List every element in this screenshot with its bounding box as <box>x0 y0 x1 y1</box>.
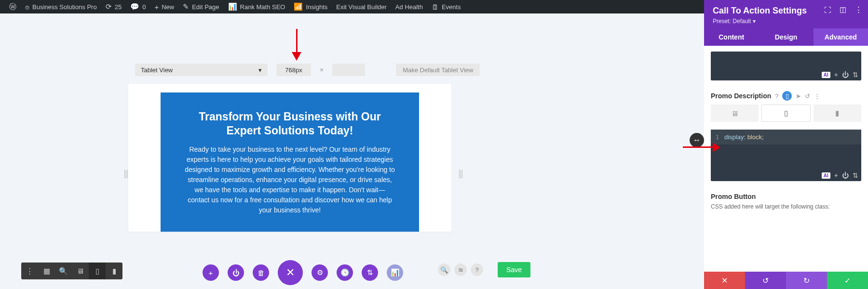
snap-panel-icon[interactable]: ◫ <box>838 5 848 14</box>
page-preview: Transform Your Business with Our Expert … <box>128 84 451 232</box>
css-note: CSS added here will target the following… <box>711 203 861 210</box>
search-small-button[interactable]: 🔍 <box>438 263 450 276</box>
wireframe-button[interactable]: ▦ <box>38 263 55 279</box>
hover-cursor-icon[interactable]: ➤ <box>796 92 801 100</box>
resize-handle-left[interactable]: ⦀ <box>123 167 128 182</box>
panel-footer: ✕ ↺ ↻ ✓ <box>704 272 868 289</box>
resize-handle-right[interactable]: ⦀ <box>458 167 462 182</box>
calendar-icon: 🗓 <box>432 3 439 11</box>
power-css-icon-2[interactable]: ⏻ <box>842 171 849 179</box>
builder-action-toolbar: + ⏻ 🗑 ✕ ⚙ 🕓 ⇅ 📊 <box>203 260 403 285</box>
rankmath-link[interactable]: 📊Rank Math SEO <box>224 0 290 13</box>
ad-health-link[interactable]: Ad Health <box>391 0 427 13</box>
updates-link[interactable]: ⟳25 <box>101 0 126 13</box>
make-default-button[interactable]: Make Default Tablet View <box>396 64 480 76</box>
builder-canvas: Tablet View ▾ × Make Default Tablet View… <box>0 13 704 289</box>
more-panel-icon[interactable]: ⋮ <box>854 5 863 14</box>
panel-header: Call To Action Settings Preset: Default … <box>704 0 868 28</box>
trash-button[interactable]: 🗑 <box>253 264 269 281</box>
rankmath-label: Rank Math SEO <box>240 3 285 11</box>
responsive-controls: Tablet View ▾ × Make Default Tablet View <box>135 64 480 76</box>
edit-page-label: Edit Page <box>192 3 219 11</box>
refresh-icon: ⟳ <box>106 2 112 11</box>
reset-icon[interactable]: ↺ <box>805 92 810 100</box>
sort-css-icon-2[interactable]: ⇅ <box>853 171 858 179</box>
new-link[interactable]: +New <box>150 0 178 13</box>
chevron-down-icon: ▾ <box>258 66 262 74</box>
tab-advanced[interactable]: Advanced <box>814 28 868 46</box>
panel-header-icons: ⛶ ◫ ⋮ <box>823 5 863 14</box>
undo-button[interactable]: ↺ <box>745 272 786 289</box>
width-input[interactable] <box>276 64 311 76</box>
power-css-icon[interactable]: ⏻ <box>842 71 849 79</box>
view-select[interactable]: Tablet View ▾ <box>135 64 268 76</box>
ad-health-label: Ad Health <box>395 3 423 11</box>
cta-module[interactable]: Transform Your Business with Our Expert … <box>161 92 419 232</box>
events-link[interactable]: 🗓Events <box>427 0 465 13</box>
promo-desc-row: Promo Description ? ▯ ➤ ↺ ⋮ <box>711 91 861 101</box>
admin-bar-left: ⓦ ⌾Business Solutions Pro ⟳25 💬0 +New ✎E… <box>5 0 465 13</box>
view-select-label: Tablet View <box>141 66 173 74</box>
code-text: display: block; <box>724 133 764 141</box>
help-icon[interactable]: ? <box>775 92 778 100</box>
desktop-view-button[interactable]: 🖥 <box>72 263 89 279</box>
site-name: Business Solutions Pro <box>32 3 97 11</box>
css-code-editor[interactable]: 1 display: block; AI + ⏻ ⇅ <box>711 130 861 181</box>
comments-link[interactable]: 💬0 <box>126 0 150 13</box>
tab-design[interactable]: Design <box>759 28 813 46</box>
height-input[interactable] <box>332 64 365 76</box>
ai-badge[interactable]: AI <box>822 72 830 78</box>
promo-desc-label: Promo Description <box>711 92 771 100</box>
redo-button[interactable]: ↻ <box>786 272 827 289</box>
zoom-button[interactable]: 🔍 <box>55 263 72 279</box>
insights-link[interactable]: 📶Insights <box>289 0 332 13</box>
power-button[interactable]: ⏻ <box>228 264 244 281</box>
preset-dropdown[interactable]: Preset: Default ▾ <box>713 18 859 25</box>
css-box-icons: AI + ⏻ ⇅ <box>822 71 858 79</box>
sort-css-icon[interactable]: ⇅ <box>853 71 858 79</box>
settings-panel: Call To Action Settings Preset: Default … <box>704 0 868 289</box>
more-icon[interactable]: ⋮ <box>814 92 820 100</box>
ai-badge-2[interactable]: AI <box>822 172 830 179</box>
pencil-icon: ✎ <box>183 2 189 11</box>
device-phone-tab[interactable]: ▮ <box>814 105 861 122</box>
save-toolbar: 🔍 ≋ ? Save <box>438 262 530 277</box>
exit-builder-link[interactable]: Exit Visual Builder <box>332 0 391 13</box>
layers-button[interactable]: ≋ <box>454 263 467 276</box>
updates-count: 25 <box>115 3 122 11</box>
device-tablet-tab[interactable]: ▯ <box>761 105 810 122</box>
stats-button[interactable]: 📊 <box>387 264 403 281</box>
dimension-separator: × <box>320 66 324 74</box>
wp-logo[interactable]: ⓦ <box>5 0 21 13</box>
add-css-icon-2[interactable]: + <box>834 171 838 179</box>
save-button[interactable]: Save <box>498 262 530 277</box>
css-box-empty[interactable]: AI + ⏻ ⇅ <box>711 52 861 80</box>
cancel-button[interactable]: ✕ <box>704 272 745 289</box>
help-button[interactable]: ? <box>471 263 483 276</box>
tab-content[interactable]: Content <box>704 28 759 46</box>
history-button[interactable]: 🕓 <box>337 264 353 281</box>
phone-view-button[interactable]: ▮ <box>106 263 122 279</box>
device-desktop-tab[interactable]: 🖥 <box>711 105 759 122</box>
settings-button[interactable]: ⚙ <box>312 264 328 281</box>
expand-panel-icon[interactable]: ⛶ <box>823 5 832 14</box>
add-css-icon[interactable]: + <box>834 71 838 79</box>
plus-icon: + <box>154 3 159 11</box>
edit-page-link[interactable]: ✎Edit Page <box>178 0 223 13</box>
exit-builder-label: Exit Visual Builder <box>336 3 387 11</box>
close-builder-button[interactable]: ✕ <box>278 260 303 285</box>
menu-button[interactable]: ⋮ <box>21 263 38 279</box>
comment-icon: 💬 <box>130 2 139 11</box>
tablet-view-button[interactable]: ▯ <box>89 263 106 279</box>
tablet-indicator-icon[interactable]: ▯ <box>782 91 792 101</box>
promo-button-label: Promo Button <box>711 193 861 200</box>
add-button[interactable]: + <box>203 264 219 281</box>
annotation-arrow-right <box>683 143 720 152</box>
site-name-link[interactable]: ⌾Business Solutions Pro <box>21 0 101 13</box>
cta-description: Ready to take your business to the next … <box>185 144 395 215</box>
panel-tabs: Content Design Advanced <box>704 28 868 46</box>
sort-button[interactable]: ⇅ <box>362 264 378 281</box>
dashboard-icon: ⌾ <box>25 3 29 11</box>
cta-title: Transform Your Business with Our Expert … <box>185 110 395 138</box>
confirm-button[interactable]: ✓ <box>827 272 868 289</box>
